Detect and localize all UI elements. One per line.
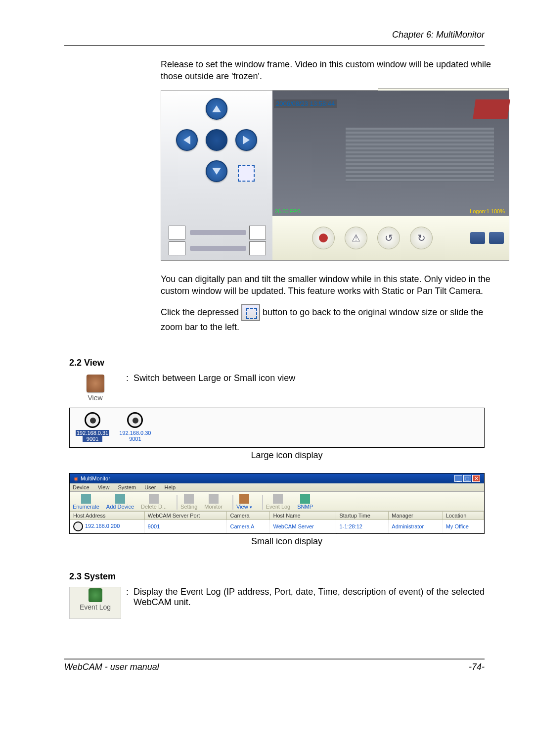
header-rule	[64, 45, 485, 46]
menu-device[interactable]: Device	[73, 484, 89, 490]
tb-snmp[interactable]: SNMP	[297, 493, 313, 510]
camera-port: 9001	[83, 436, 102, 442]
event-log-icon	[89, 588, 102, 602]
tb-setting: Setting	[180, 493, 197, 510]
tb-delete-device: Delete D...	[141, 493, 167, 510]
view-description: Switch between Large or Small icon view	[134, 373, 504, 383]
intro-paragraph-1: Release to set the window frame. Video i…	[161, 58, 504, 83]
event-log-label: Event Log	[70, 603, 121, 611]
toolbar-separator	[262, 495, 263, 510]
preset-thumb-icon	[169, 226, 185, 239]
zoom-area-button[interactable]	[238, 165, 255, 182]
cell-camera: Camera A	[227, 520, 270, 533]
menu-system[interactable]: System	[118, 484, 136, 490]
delete-device-icon	[149, 494, 159, 504]
event-log-icon	[273, 494, 283, 504]
table-header-row: Host Address WebCAM Server Port Camera H…	[70, 512, 484, 520]
page-footer: WebCAM - user manual -74-	[64, 659, 485, 672]
view-icon-label: View	[69, 394, 121, 402]
ptz-down-button[interactable]	[206, 160, 227, 182]
layout-thumb-icon	[169, 241, 185, 255]
monitor-icon	[209, 494, 219, 504]
multimonitor-window: ◉MultiMonitor _□✕ Device View System Use…	[69, 473, 485, 534]
device-table: Host Address WebCAM Server Port Camera H…	[70, 511, 484, 533]
redo-rotate-button[interactable]: ↻	[410, 227, 433, 249]
ptz-up-button[interactable]	[206, 98, 227, 120]
cell-startup: 1-1:28:12	[336, 520, 389, 533]
section-2-2-title: 2.2 View	[69, 358, 504, 368]
cell-location: My Office	[443, 520, 484, 533]
tray-icon[interactable]	[489, 232, 504, 244]
col-host-address[interactable]: Host Address	[70, 512, 145, 520]
cell-host: 192.168.0.200	[85, 523, 120, 529]
menu-user[interactable]: User	[144, 484, 156, 490]
arrow-up-icon	[212, 105, 221, 112]
tray-icon[interactable]	[470, 232, 485, 244]
zoom-controls	[169, 226, 267, 253]
fps-label: 26.50 FPS	[275, 208, 301, 214]
toolbar-separator	[177, 495, 178, 510]
mm-titlebar: ◉MultiMonitor _□✕	[70, 473, 484, 483]
large-icon-panel: 192.168.0.31 9001 192.168.0.30 9001	[69, 408, 485, 448]
ptz-control-panel	[161, 91, 272, 260]
ptz-left-button[interactable]	[176, 129, 198, 151]
zoom-max-icon	[249, 226, 266, 239]
cell-port: 9001	[144, 520, 227, 533]
app-icon: ◉	[74, 475, 79, 481]
zoom-slider[interactable]	[190, 230, 246, 235]
building-graphic	[473, 99, 510, 119]
ptz-right-button[interactable]	[235, 129, 257, 151]
alert-button[interactable]: ⚠	[345, 227, 367, 249]
video-figure: 192.168.0.38-Office _ ✕ 2006/08/23 13:58…	[161, 90, 509, 261]
camera-port: 9001	[119, 436, 151, 442]
tb-view[interactable]: View ▾	[236, 493, 252, 510]
col-manager[interactable]: Manager	[389, 512, 443, 520]
mm-toolbar: Enumerate Add Device Delete D... Setting…	[70, 492, 484, 511]
setting-icon	[184, 494, 194, 504]
window-buttons[interactable]: _□✕	[453, 475, 480, 482]
col-startup-time[interactable]: Startup Time	[336, 512, 389, 520]
ptz-home-button[interactable]	[206, 129, 227, 151]
tb-enumerate[interactable]: Enumerate	[73, 493, 99, 510]
table-row[interactable]: 192.168.0.200 9001 Camera A WebCAM Serve…	[70, 520, 484, 533]
chapter-header: Chapter 6: MultiMonitor	[69, 30, 504, 40]
col-location[interactable]: Location	[443, 512, 484, 520]
secondary-slider[interactable]	[190, 246, 246, 251]
mm-menubar[interactable]: Device View System User Help	[70, 483, 484, 492]
logon-label: Logon:1 100%	[470, 208, 505, 214]
cell-hostname: WebCAM Server	[270, 520, 336, 533]
minimize-icon[interactable]: _	[454, 475, 462, 482]
arrow-right-icon	[243, 136, 250, 144]
col-host-name[interactable]: Host Name	[270, 512, 336, 520]
tray-icons	[470, 232, 504, 244]
scene-graphic	[346, 128, 494, 182]
intro-paragraph-3: Click the depressed button to go back to…	[161, 304, 504, 333]
camera-icon	[73, 521, 83, 531]
record-button[interactable]	[312, 227, 335, 249]
arrow-down-icon	[212, 168, 221, 175]
video-viewport: 2006/08/23 13:58:44 26.50 FPS Logon:1 10…	[272, 91, 509, 216]
menu-view[interactable]: View	[98, 484, 110, 490]
tb-add-device[interactable]: Add Device	[106, 493, 134, 510]
maximize-icon[interactable]: □	[463, 475, 471, 482]
large-icon-caption: Large icon display	[69, 450, 504, 461]
view-icon	[239, 494, 249, 504]
camera-large-item[interactable]: 192.168.0.30 9001	[119, 412, 151, 442]
col-camera[interactable]: Camera	[227, 512, 270, 520]
menu-help[interactable]: Help	[164, 484, 176, 490]
camera-icon	[85, 412, 100, 428]
colon: :	[121, 373, 134, 383]
toolbar-separator	[232, 495, 233, 510]
event-log-toolbar-button[interactable]: Event Log	[69, 587, 121, 619]
tb-monitor: Monitor	[204, 493, 222, 510]
zoom-area-icon	[241, 304, 260, 321]
col-server-port[interactable]: WebCAM Server Port	[144, 512, 227, 520]
footer-page-number: -74-	[469, 662, 485, 672]
camera-large-item[interactable]: 192.168.0.31 9001	[76, 412, 109, 442]
undo-rotate-button[interactable]: ↺	[377, 227, 400, 249]
add-device-icon	[115, 494, 125, 504]
view-toolbar-button[interactable]: View	[69, 373, 121, 405]
small-icon-caption: Small icon display	[69, 536, 504, 547]
close-icon[interactable]: ✕	[472, 475, 480, 482]
chevron-down-icon[interactable]: ▾	[250, 505, 252, 510]
